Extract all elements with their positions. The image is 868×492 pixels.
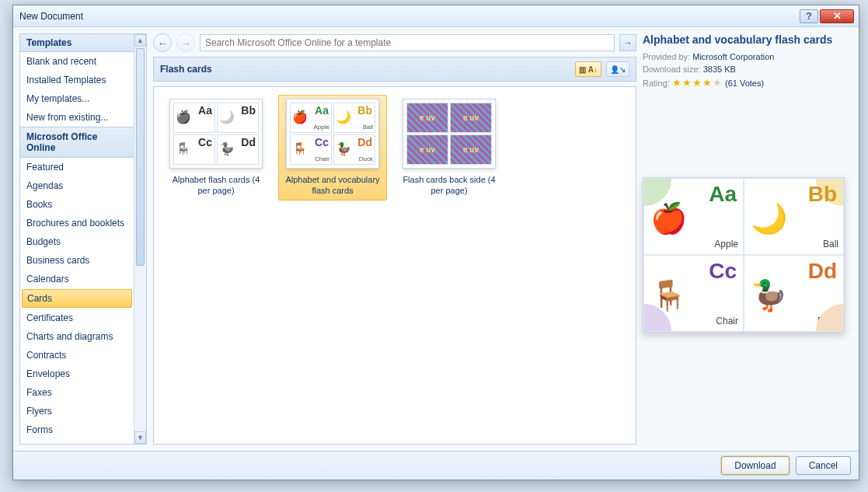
sidebar-item[interactable]: Blank and recent	[20, 52, 134, 71]
preview-letter: Cc	[709, 259, 737, 284]
template-item[interactable]: e uve uve uve uvFlash cards back side (4…	[395, 95, 504, 201]
provided-by-row: Provided by: Microsoft Corporation	[643, 52, 852, 61]
close-button[interactable]: ✕	[820, 9, 854, 23]
preview-icon: 🌙	[751, 201, 787, 236]
download-size-row: Download size: 3835 KB	[643, 65, 852, 74]
sidebar-item[interactable]: Calendars	[20, 270, 134, 288]
preview-word: Chair	[716, 316, 738, 326]
results-grid: 🍎Aa🌙Bb🪑Cc🦆DdAlphabet flash cards (4 per …	[153, 86, 636, 445]
new-document-dialog: New Document ? ✕ Templates Blank and rec…	[12, 5, 859, 480]
star-icons: ★★★★★	[672, 77, 723, 89]
sidebar-item[interactable]: Budgets	[20, 232, 134, 251]
sidebar-item[interactable]: Certificates	[20, 309, 134, 327]
scroll-down-icon[interactable]: ▼	[134, 431, 146, 444]
preview-icon: 🍎	[650, 201, 687, 236]
window-title: New Document	[19, 11, 798, 22]
search-box[interactable]	[200, 34, 615, 51]
cancel-button[interactable]: Cancel	[796, 456, 851, 475]
sidebar-item[interactable]: Agendas	[20, 176, 134, 195]
sidebar-item[interactable]: Flyers	[20, 402, 134, 420]
template-caption: Alphabet and vocabulary flash cards	[282, 175, 383, 197]
sidebar-item[interactable]: Inventories	[20, 439, 134, 444]
sidebar-header: Templates	[20, 34, 146, 52]
sidebar-scrollbar[interactable]: ▲ ▼	[134, 34, 146, 444]
sidebar-item[interactable]: Cards	[22, 289, 132, 308]
template-caption: Flash cards back side (4 per page)	[399, 175, 500, 197]
details-title: Alphabet and vocabulary flash cards	[643, 33, 852, 46]
template-item[interactable]: 🍎AaApple🌙BbBall🪑CcChair🦆DdDuckAlphabet a…	[278, 95, 387, 201]
preview-letter: Aa	[709, 182, 737, 207]
preview-letter: Dd	[808, 259, 837, 284]
main-panel: ← → → Flash cards ▥ A↓ 👤↘ 🍎Aa🌙Bb🪑Cc🦆DdAl…	[153, 33, 636, 445]
template-preview: 🍎AaApple🌙BbBall🪑CcChair🦆DdDuck	[643, 177, 845, 333]
preview-word: Ball	[823, 239, 838, 249]
sidebar-item[interactable]: Business cards	[20, 251, 134, 270]
rating-row: Rating: ★★★★★ (61 Votes)	[643, 77, 852, 89]
category-sidebar: Templates Blank and recentInstalled Temp…	[19, 33, 147, 445]
results-header: Flash cards ▥ A↓ 👤↘	[153, 57, 636, 82]
nav-row: ← → →	[153, 33, 636, 52]
help-button[interactable]: ?	[800, 9, 818, 23]
search-input[interactable]	[200, 37, 614, 48]
sidebar-item[interactable]: Brochures and booklets	[20, 214, 134, 232]
sidebar-item[interactable]: Envelopes	[20, 365, 134, 383]
sidebar-item[interactable]: Installed Templates	[20, 71, 134, 89]
titlebar: New Document ? ✕	[13, 5, 859, 27]
sidebar-item[interactable]: Featured	[20, 158, 134, 176]
back-button[interactable]: ←	[153, 33, 172, 52]
sidebar-item[interactable]: Faxes	[20, 383, 134, 402]
dialog-footer: Download Cancel	[13, 451, 859, 480]
preview-letter: Bb	[808, 182, 837, 207]
scroll-up-icon[interactable]: ▲	[134, 34, 146, 47]
dialog-body: Templates Blank and recentInstalled Temp…	[13, 27, 859, 451]
sidebar-item[interactable]: Books	[20, 195, 134, 214]
sidebar-item[interactable]: Contracts	[20, 346, 134, 365]
template-item[interactable]: 🍎Aa🌙Bb🪑Cc🦆DdAlphabet flash cards (4 per …	[162, 95, 270, 201]
template-caption: Alphabet flash cards (4 per page)	[166, 175, 267, 197]
search-go-button[interactable]: →	[619, 34, 636, 51]
preview-icon: 🦆	[751, 278, 787, 312]
preview-icon: 🪑	[650, 278, 687, 312]
download-button[interactable]: Download	[721, 456, 789, 475]
sort-button[interactable]: ▥ A↓	[575, 61, 601, 77]
preview-word: Apple	[714, 239, 738, 249]
scrollbar-thumb[interactable]	[136, 48, 145, 266]
customer-filter-button[interactable]: 👤↘	[606, 61, 629, 77]
details-panel: Alphabet and vocabulary flash cards Prov…	[643, 33, 852, 445]
sidebar-item[interactable]: My templates...	[20, 89, 134, 108]
forward-button[interactable]: →	[176, 33, 195, 52]
sidebar-item[interactable]: Forms	[20, 420, 134, 439]
sidebar-item[interactable]: Microsoft Office Online	[20, 127, 134, 158]
sidebar-item[interactable]: New from existing...	[20, 108, 134, 127]
sidebar-item[interactable]: Charts and diagrams	[20, 327, 134, 346]
results-heading: Flash cards	[160, 64, 212, 75]
